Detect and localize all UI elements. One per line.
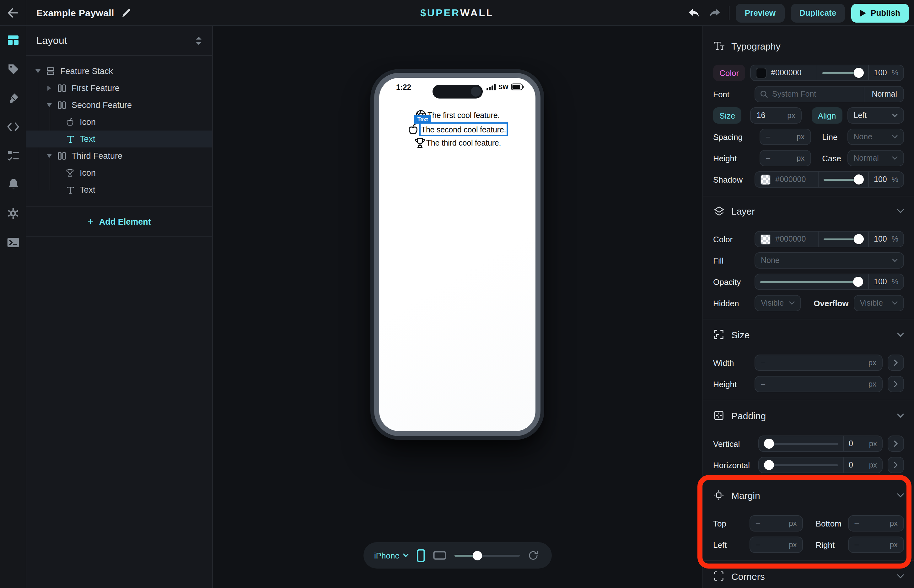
back-button[interactable]	[0, 0, 26, 26]
layer-color-opacity-slider[interactable]	[824, 234, 863, 244]
landscape-orientation-icon[interactable]	[434, 551, 446, 560]
feature-text[interactable]: The second cool feature.	[421, 125, 506, 134]
canvas[interactable]: 1:22 SW The first cool feature.	[214, 26, 702, 588]
shadow-opacity-slider[interactable]	[824, 174, 863, 184]
refresh-icon[interactable]	[528, 550, 539, 561]
zoom-slider[interactable]	[455, 551, 520, 560]
tree-item-second-feature[interactable]: Second Feature	[26, 97, 212, 113]
layer-color-swatch[interactable]	[760, 234, 771, 244]
line-select[interactable]: None	[847, 129, 904, 145]
caret-down-icon[interactable]	[34, 69, 41, 73]
font-weight-select[interactable]: Normal	[864, 87, 903, 102]
height-expand-button[interactable]	[888, 376, 904, 392]
feature-text[interactable]: The third cool feature.	[426, 138, 501, 147]
size-section-header[interactable]: Size	[713, 327, 904, 342]
caret-right-icon[interactable]	[46, 86, 52, 91]
feature-text[interactable]: The first cool feature.	[427, 111, 500, 120]
layer-opacity-value-seg[interactable]: 100 %	[868, 231, 903, 247]
color-hex-field[interactable]: #000000	[751, 65, 816, 80]
padding-horizontal-value-seg[interactable]: 0 px	[843, 457, 882, 473]
margin-left-input[interactable]: – px	[749, 536, 803, 553]
collapse-chevron-icon[interactable]	[897, 208, 904, 213]
case-select[interactable]: Normal	[847, 150, 904, 166]
typography-color-label[interactable]: Color	[713, 65, 745, 81]
layer-opacity-value-seg[interactable]: 100 %	[868, 274, 903, 289]
layer-section-header[interactable]: Layer	[713, 204, 904, 218]
shadow-opacity-slider-seg[interactable]	[818, 172, 868, 187]
margin-right-input[interactable]: – px	[848, 536, 904, 553]
typography-section-header[interactable]: Typography	[713, 38, 904, 53]
zoom-slider-knob[interactable]	[473, 551, 482, 560]
undo-button[interactable]	[686, 5, 702, 20]
padding-vertical-slider-seg[interactable]	[759, 436, 843, 451]
tree-item-first-feature[interactable]: First Feature	[26, 80, 212, 97]
height-input[interactable]: – px	[755, 376, 883, 392]
caret-down-icon[interactable]	[46, 154, 52, 158]
align-select[interactable]: Left	[848, 107, 904, 124]
hidden-select[interactable]: Visible	[755, 295, 801, 311]
tree-item-second-text[interactable]: Text	[26, 131, 212, 147]
feature-row-third[interactable]: The third cool feature.	[414, 136, 501, 149]
rail-code-tab[interactable]	[0, 112, 26, 141]
tree-item-second-icon[interactable]: Icon	[26, 113, 212, 131]
layer-opacity-slider[interactable]	[760, 277, 863, 287]
redo-button[interactable]	[708, 5, 723, 20]
opacity-slider[interactable]	[822, 68, 863, 78]
margin-top-input[interactable]: – px	[749, 515, 803, 531]
rail-notifications-tab[interactable]	[0, 170, 26, 199]
corners-section-header[interactable]: Corners	[713, 569, 904, 583]
portrait-orientation-icon[interactable]	[417, 549, 425, 562]
padding-vertical-slider[interactable]	[764, 439, 838, 449]
collapse-chevron-icon[interactable]	[897, 574, 904, 578]
layer-opacity-slider-seg[interactable]	[818, 231, 868, 247]
layer-color-hex-field[interactable]: #000000	[755, 231, 818, 247]
padding-section-header[interactable]: Padding	[713, 408, 904, 423]
add-element-button[interactable]: + Add Element	[26, 207, 212, 236]
opacity-slider-seg[interactable]	[816, 65, 868, 80]
shadow-swatch[interactable]	[760, 174, 771, 185]
width-expand-button[interactable]	[888, 355, 904, 371]
margin-section-header[interactable]: Margin	[713, 488, 904, 502]
rail-layout-tab[interactable]	[0, 26, 26, 55]
tree-item-third-feature[interactable]: Third Feature	[26, 147, 212, 165]
font-size-input[interactable]: 16 px	[751, 107, 802, 124]
line-height-input[interactable]: – px	[760, 150, 811, 166]
collapse-chevron-icon[interactable]	[897, 413, 904, 418]
feature-row-second[interactable]: Text The second cool feature.	[407, 122, 508, 136]
collapse-chevron-icon[interactable]	[897, 493, 904, 498]
padding-horizontal-expand-button[interactable]	[888, 457, 904, 473]
margin-bottom-input[interactable]: – px	[848, 515, 904, 531]
fill-select[interactable]: None	[755, 252, 904, 268]
rail-checklist-tab[interactable]	[0, 141, 26, 170]
color-swatch[interactable]	[756, 68, 767, 78]
padding-vertical-expand-button[interactable]	[888, 436, 904, 452]
opacity-value-seg[interactable]: 100 %	[868, 65, 903, 80]
publish-button[interactable]: Publish	[851, 3, 909, 22]
align-label[interactable]: Align	[812, 107, 843, 124]
overflow-select[interactable]: Visible	[854, 295, 904, 311]
tree-item-third-icon[interactable]: Icon	[26, 165, 212, 181]
selected-text-element[interactable]: Text The second cool feature.	[419, 122, 508, 136]
shadow-hex-field[interactable]: #000000	[755, 172, 818, 187]
padding-horizontal-slider-seg[interactable]	[759, 457, 843, 473]
font-search-input[interactable]	[772, 90, 859, 99]
font-search-field[interactable]	[755, 87, 864, 102]
letter-spacing-input[interactable]: – px	[760, 129, 811, 145]
rail-products-tab[interactable]	[0, 55, 26, 84]
opacity-big-slider-seg[interactable]	[755, 274, 868, 289]
duplicate-button[interactable]: Duplicate	[791, 3, 845, 22]
caret-down-icon[interactable]	[46, 103, 52, 107]
edit-pencil-icon[interactable]	[122, 8, 131, 17]
sort-icon[interactable]	[195, 36, 202, 45]
rail-theme-tab[interactable]	[0, 84, 26, 112]
tree-item-feature-stack[interactable]: Feature Stack	[26, 63, 212, 80]
width-input[interactable]: – px	[755, 355, 883, 371]
preview-button[interactable]: Preview	[736, 3, 785, 22]
rail-settings-tab[interactable]	[0, 199, 26, 228]
font-size-label[interactable]: Size	[713, 107, 742, 124]
rail-console-tab[interactable]	[0, 228, 26, 257]
device-selector[interactable]: iPhone	[374, 551, 409, 560]
padding-vertical-value-seg[interactable]: 0 px	[843, 436, 882, 451]
tree-item-third-text[interactable]: Text	[26, 181, 212, 198]
padding-horizontal-slider[interactable]	[764, 460, 838, 470]
